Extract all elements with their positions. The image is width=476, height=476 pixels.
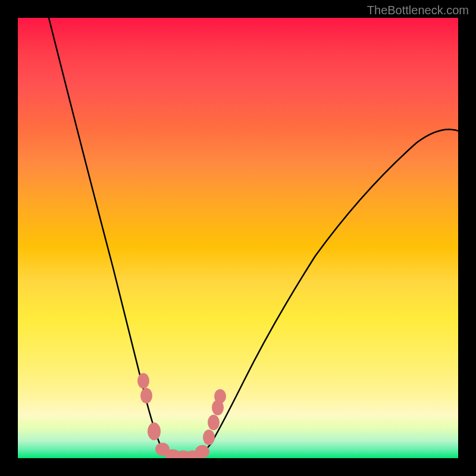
bottleneck-curve-left <box>49 18 174 456</box>
svg-point-0 <box>137 373 149 389</box>
svg-point-1 <box>140 388 152 403</box>
svg-point-8 <box>203 430 215 445</box>
svg-point-9 <box>208 415 220 430</box>
bottleneck-curve-right <box>196 130 458 457</box>
svg-point-7 <box>195 445 209 458</box>
svg-point-11 <box>214 389 226 403</box>
watermark-text: TheBottleneck.com <box>367 4 469 17</box>
chart-curves <box>18 18 458 458</box>
svg-point-2 <box>148 422 161 440</box>
